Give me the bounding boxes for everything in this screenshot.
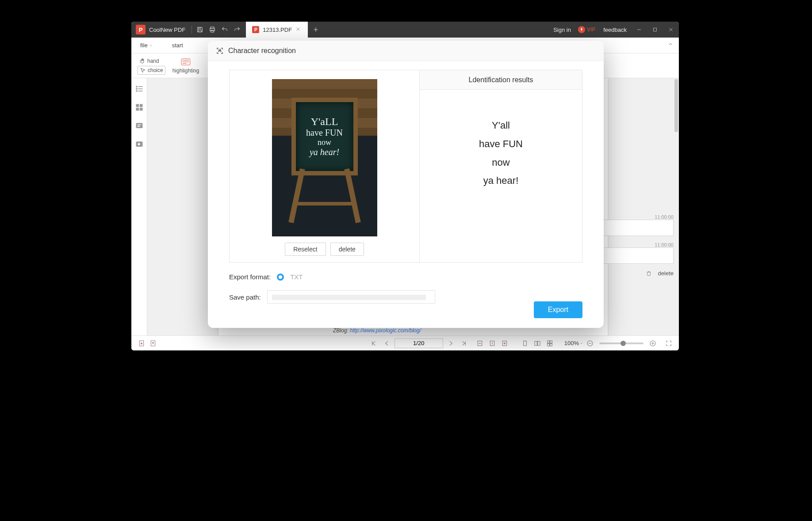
format-txt-radio[interactable] xyxy=(277,274,284,281)
sidebar xyxy=(131,78,147,335)
board-line: Y'aLL xyxy=(311,116,338,128)
sidebar-search-icon[interactable] xyxy=(135,140,144,149)
svg-rect-1 xyxy=(199,27,201,29)
maximize-button[interactable] xyxy=(647,22,663,38)
view-group xyxy=(519,338,555,349)
export-button[interactable]: Export xyxy=(534,301,582,318)
tab-close-icon[interactable] xyxy=(295,27,302,33)
annotation-delete-button[interactable]: delete xyxy=(658,270,674,277)
statusbar: 100% xyxy=(131,335,679,350)
chevron-down-icon[interactable] xyxy=(580,342,583,345)
zoom-group: 100% xyxy=(564,338,659,349)
highlighting-tool[interactable]: highlighting xyxy=(168,56,204,76)
svg-rect-30 xyxy=(535,341,537,345)
print-icon[interactable] xyxy=(206,23,218,36)
dialog-header: Character recognition xyxy=(208,41,604,61)
svg-rect-21 xyxy=(136,123,142,128)
minimize-button[interactable] xyxy=(631,22,647,38)
sign-in-link[interactable]: Sign in xyxy=(550,27,575,33)
export-page-icon[interactable] xyxy=(136,338,147,349)
fit-page-icon[interactable] xyxy=(486,338,498,349)
vip-icon xyxy=(578,26,585,33)
zoom-slider[interactable] xyxy=(599,342,643,344)
svg-rect-20 xyxy=(139,108,142,111)
export-format-label: Export format: xyxy=(229,273,271,281)
zblog-url[interactable]: http://www.pixologic.com/blog/ xyxy=(350,327,421,334)
export-format-row: Export format: TXT xyxy=(229,273,582,281)
board-line: ya hear! xyxy=(310,147,339,157)
zoom-slider-thumb[interactable] xyxy=(620,341,626,346)
svg-point-23 xyxy=(138,143,140,145)
tab-active[interactable]: P 12313.PDF xyxy=(246,22,308,38)
pdf-icon: P xyxy=(252,26,259,33)
svg-rect-11 xyxy=(136,86,137,87)
app-logo-icon: P xyxy=(136,25,146,34)
zblog-label: ZBlog: xyxy=(333,327,349,334)
new-tab-button[interactable] xyxy=(308,22,324,38)
fullscreen-button[interactable] xyxy=(663,338,674,349)
feedback-link[interactable]: feedback xyxy=(599,27,631,33)
board-line: have FUN xyxy=(306,128,343,138)
save-path-input[interactable] xyxy=(267,290,435,304)
last-page-button[interactable] xyxy=(458,338,470,349)
menu-file-label: file xyxy=(140,42,148,49)
two-page-icon[interactable] xyxy=(532,338,543,349)
doc-footer-link: ZBlog: http://www.pixologic.com/blog/ xyxy=(333,327,421,334)
sidebar-annotations-icon[interactable] xyxy=(135,122,144,130)
sidebar-thumbnails-icon[interactable] xyxy=(135,103,144,112)
page-nav xyxy=(368,338,470,349)
svg-rect-18 xyxy=(139,104,142,107)
menu-file[interactable]: file xyxy=(136,42,157,49)
menu-start[interactable]: start xyxy=(168,42,188,49)
redo-icon[interactable] xyxy=(231,23,243,36)
tab-label: 12313.PDF xyxy=(263,27,292,33)
svg-rect-29 xyxy=(523,341,526,346)
import-page-icon[interactable] xyxy=(147,338,159,349)
result-line: ya hear! xyxy=(483,171,519,190)
svg-rect-31 xyxy=(537,341,540,345)
page-input[interactable] xyxy=(395,338,443,348)
hand-label: hand xyxy=(147,58,159,64)
titlebar: P CoolNew PDF P 12313.PDF Sign in VIP xyxy=(131,22,679,38)
results-header: Ldentification results xyxy=(420,70,582,90)
vip-button[interactable]: VIP xyxy=(575,26,599,33)
chevron-down-icon xyxy=(149,44,153,47)
close-button[interactable] xyxy=(663,22,679,38)
collapse-ribbon-button[interactable] xyxy=(667,41,674,49)
svg-rect-19 xyxy=(136,108,139,111)
choice-label: choice xyxy=(148,67,163,73)
scrollbar-thumb[interactable] xyxy=(674,79,678,132)
svg-rect-17 xyxy=(136,104,139,107)
preview-image: Y'aLL have FUN now ya hear! xyxy=(272,79,377,236)
tabstrip: P 12313.PDF xyxy=(246,22,324,38)
next-page-button[interactable] xyxy=(445,338,456,349)
dialog-body: Y'aLL have FUN now ya hear! Reselect del… xyxy=(208,61,604,328)
single-page-icon[interactable] xyxy=(519,338,531,349)
sidebar-outline-icon[interactable] xyxy=(135,84,144,93)
svg-rect-5 xyxy=(211,30,214,32)
save-path-label: Save path: xyxy=(229,293,261,301)
reselect-button[interactable]: Reselect xyxy=(285,243,326,256)
hand-tool[interactable]: hand xyxy=(138,57,165,65)
save-icon[interactable] xyxy=(194,23,206,36)
preview-panel: Y'aLL have FUN now ya hear! Reselect del… xyxy=(230,70,420,262)
save-path-row: Save path: xyxy=(229,290,582,304)
choice-tool[interactable]: choice xyxy=(138,66,165,75)
prev-page-button[interactable] xyxy=(381,338,393,349)
fit-width-icon[interactable] xyxy=(474,338,486,349)
actual-size-icon[interactable] xyxy=(499,338,510,349)
undo-icon[interactable] xyxy=(218,23,231,36)
continuous-icon[interactable] xyxy=(544,338,555,349)
result-line: have FUN xyxy=(479,135,523,153)
hand-icon xyxy=(139,58,146,64)
svg-rect-2 xyxy=(199,30,202,32)
trash-icon[interactable] xyxy=(646,270,652,277)
highlighting-label: highlighting xyxy=(172,68,199,74)
result-line: now xyxy=(492,153,509,172)
zoom-out-button[interactable] xyxy=(584,338,596,349)
delete-button[interactable]: delete xyxy=(330,243,364,256)
zoom-in-button[interactable] xyxy=(647,338,659,349)
first-page-button[interactable] xyxy=(368,338,379,349)
dialog-panels: Y'aLL have FUN now ya hear! Reselect del… xyxy=(229,70,582,262)
format-txt-label: TXT xyxy=(290,273,303,281)
